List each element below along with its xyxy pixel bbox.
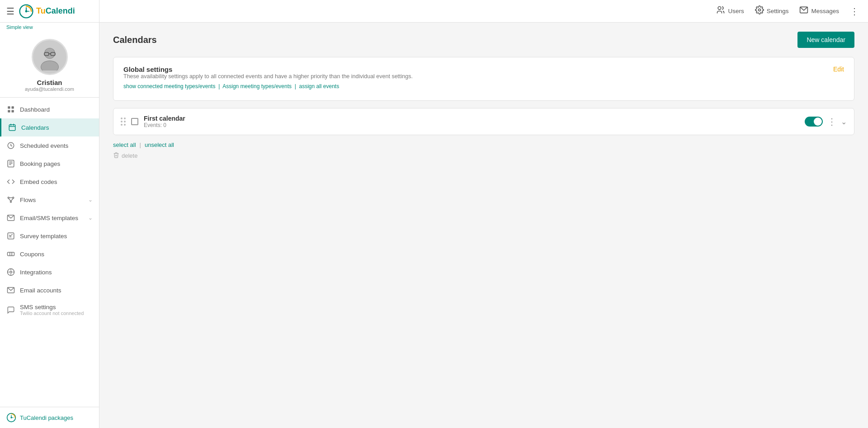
svg-rect-31: [8, 233, 14, 239]
sidebar-item-flows-label: Flows: [20, 197, 84, 203]
calendar-chevron-icon[interactable]: ⌄: [841, 118, 847, 126]
email-sms-chevron-icon: ⌄: [88, 215, 93, 221]
sidebar-item-survey-templates[interactable]: Survey templates: [0, 227, 99, 245]
global-settings-title: Global settings: [123, 66, 413, 73]
user-name: Cristian: [37, 79, 62, 86]
svg-line-28: [9, 198, 11, 201]
user-email: ayuda@tucalendi.com: [25, 86, 74, 92]
sidebar-item-booking-pages[interactable]: Booking pages: [0, 155, 99, 173]
sidebar-item-sms-settings-label: SMS settings: [20, 304, 93, 310]
sidebar-item-email-accounts-label: Email accounts: [20, 287, 93, 294]
global-settings-desc: These availability settings apply to all…: [123, 73, 413, 80]
tucalendi-packages-link[interactable]: TuCalendi packages: [6, 413, 93, 423]
users-icon: [716, 5, 725, 17]
sidebar-item-email-sms-label: Email/SMS templates: [20, 215, 84, 221]
survey-icon: [6, 231, 15, 240]
integrations-icon: [6, 268, 15, 277]
calendar-actions: ⋮ ⌄: [805, 116, 847, 127]
drag-handle[interactable]: [121, 118, 126, 126]
global-settings-edit-link[interactable]: Edit: [833, 66, 844, 73]
page-header: Calendars New calendar: [113, 32, 854, 48]
clock-icon: [6, 141, 15, 150]
settings-icon: [755, 5, 764, 17]
sidebar-item-dashboard-label: Dashboard: [20, 106, 93, 113]
sidebar-item-survey-templates-label: Survey templates: [20, 233, 93, 240]
messages-nav-label: Messages: [811, 8, 839, 14]
sidebar-item-email-sms-templates[interactable]: Email/SMS templates ⌄: [0, 209, 99, 227]
select-all-link[interactable]: select all: [113, 141, 136, 148]
users-nav-item[interactable]: Users: [716, 5, 744, 17]
page-body: Calendars New calendar Global settings T…: [99, 23, 868, 428]
svg-point-24: [8, 197, 9, 198]
page-title: Calendars: [113, 35, 157, 45]
sidebar-header: ☰ TuCalendi: [0, 0, 99, 23]
global-settings-links: show connected meeting types/events | As…: [123, 83, 413, 89]
sidebar-item-scheduled-events-label: Scheduled events: [20, 142, 93, 149]
bulk-separator: |: [140, 141, 141, 148]
delete-icon: [113, 152, 119, 160]
flows-icon: [6, 195, 15, 204]
global-settings-header: Global settings These availability setti…: [123, 66, 844, 89]
settings-nav-label: Settings: [767, 8, 789, 14]
sidebar-item-sms-settings[interactable]: SMS settings Twilio account not connecte…: [0, 299, 99, 320]
coupon-icon: [6, 249, 15, 259]
page-icon: [6, 159, 15, 168]
main-content: Users Settings Messages ⋮ Calendars New …: [99, 0, 868, 428]
svg-point-36: [10, 271, 12, 273]
delete-action[interactable]: delete: [113, 152, 854, 160]
users-nav-label: Users: [728, 8, 744, 14]
global-settings-content: Global settings These availability setti…: [123, 66, 413, 89]
assign-meeting-types-link[interactable]: Assign meeting types/events: [222, 83, 292, 89]
global-settings-card: Global settings These availability setti…: [113, 57, 854, 101]
avatar: [32, 39, 68, 75]
email-icon: [6, 286, 15, 295]
settings-nav-item[interactable]: Settings: [755, 5, 789, 17]
svg-point-26: [10, 201, 12, 202]
sidebar-item-email-accounts[interactable]: Email accounts: [0, 281, 99, 299]
svg-point-42: [718, 7, 722, 10]
calendar-name: First calendar: [144, 115, 799, 122]
show-connected-meeting-types-link[interactable]: show connected meeting types/events: [123, 83, 215, 89]
svg-rect-13: [8, 110, 10, 113]
svg-point-43: [758, 9, 760, 11]
calendar-toggle[interactable]: [805, 117, 823, 127]
user-section: Cristian ayuda@tucalendi.com: [0, 32, 99, 98]
calendar-more-icon[interactable]: ⋮: [827, 116, 836, 127]
sidebar-item-dashboard[interactable]: Dashboard: [0, 100, 99, 118]
sidebar-item-sms-sub: Twilio account not connected: [20, 310, 93, 316]
sidebar-item-coupons-label: Coupons: [20, 251, 93, 258]
delete-label: delete: [122, 152, 137, 159]
sidebar-item-flows[interactable]: Flows ⌄: [0, 191, 99, 209]
logo-icon: [19, 4, 33, 19]
sidebar-item-calendars[interactable]: Calendars: [0, 118, 99, 136]
calendar-info: First calendar Events: 0: [144, 115, 799, 128]
hamburger-icon[interactable]: ☰: [6, 6, 14, 17]
dashboard-icon: [6, 105, 15, 114]
app-name: TuCalendi: [36, 6, 75, 16]
svg-point-25: [13, 197, 14, 198]
messages-icon: [799, 5, 808, 17]
sidebar-item-calendars-label: Calendars: [21, 124, 93, 131]
svg-rect-14: [12, 110, 14, 113]
unselect-all-link[interactable]: unselect all: [145, 141, 174, 148]
svg-rect-11: [8, 106, 10, 108]
sidebar-item-booking-pages-label: Booking pages: [20, 160, 93, 167]
simple-view-link[interactable]: Simple view: [0, 23, 99, 32]
calendar-checkbox[interactable]: [131, 118, 138, 125]
avatar-image: [36, 43, 63, 71]
toggle-slider: [805, 117, 823, 127]
messages-nav-item[interactable]: Messages: [799, 5, 839, 17]
svg-line-29: [11, 198, 13, 201]
sidebar-item-coupons[interactable]: Coupons: [0, 245, 99, 263]
sidebar-item-embed-codes[interactable]: Embed codes: [0, 173, 99, 191]
assign-all-events-link[interactable]: assign all events: [299, 83, 339, 89]
sidebar-item-scheduled-events[interactable]: Scheduled events: [0, 136, 99, 155]
svg-rect-15: [9, 125, 15, 131]
calendar-icon: [8, 123, 17, 132]
bulk-actions: select all | unselect all: [113, 141, 854, 148]
sidebar-item-integrations[interactable]: Integrations: [0, 263, 99, 281]
logo-area: TuCalendi: [19, 4, 75, 19]
new-calendar-button[interactable]: New calendar: [797, 32, 854, 48]
more-options-button[interactable]: ⋮: [850, 6, 859, 17]
flows-chevron-icon: ⌄: [88, 197, 93, 203]
